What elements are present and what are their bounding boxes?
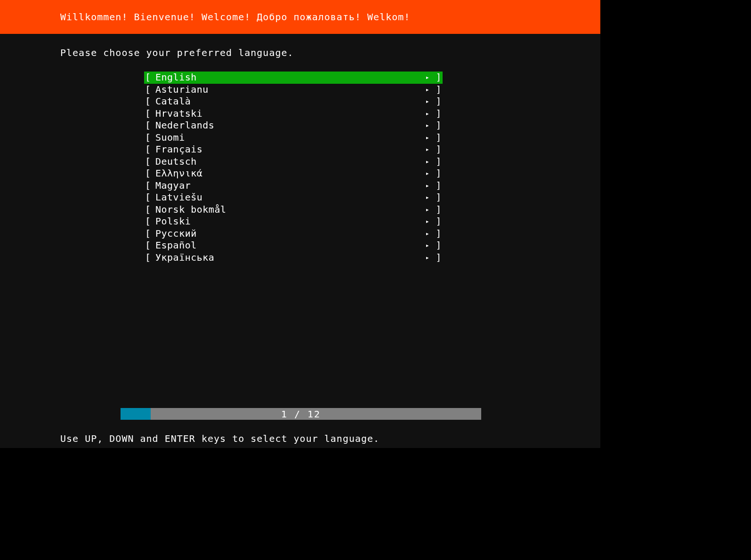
language-label: English <box>155 72 422 84</box>
language-label: Norsk bokmål <box>155 204 422 216</box>
bracket-right: ] <box>433 228 443 240</box>
language-item[interactable]: [Magyar▸] <box>144 180 443 192</box>
language-label: Latviešu <box>155 192 422 204</box>
bracket-right: ] <box>433 216 443 228</box>
bracket-right: ] <box>433 84 443 96</box>
bracket-right: ] <box>433 240 443 252</box>
language-label: Українська <box>155 252 422 264</box>
language-label: Ελληνικά <box>155 168 422 180</box>
bracket-left: [ <box>144 72 155 84</box>
language-item[interactable]: [Asturianu▸] <box>144 84 443 96</box>
language-label: Deutsch <box>155 156 422 168</box>
arrow-right-icon: ▸ <box>422 156 433 168</box>
arrow-right-icon: ▸ <box>422 204 433 216</box>
language-label: Русский <box>155 228 422 240</box>
language-item[interactable]: [Українська▸] <box>144 252 443 264</box>
bracket-left: [ <box>144 96 155 108</box>
bracket-left: [ <box>144 144 155 156</box>
bracket-right: ] <box>433 132 443 144</box>
language-item[interactable]: [Español▸] <box>144 240 443 252</box>
bracket-right: ] <box>433 96 443 108</box>
bracket-right: ] <box>433 144 443 156</box>
language-item[interactable]: [English▸] <box>144 72 443 84</box>
language-label: Español <box>155 240 422 252</box>
bracket-right: ] <box>433 168 443 180</box>
installer-screen: Willkommen! Bienvenue! Welcome! Добро по… <box>0 0 600 448</box>
bracket-left: [ <box>144 120 155 132</box>
language-label: Français <box>155 144 422 156</box>
bracket-left: [ <box>144 228 155 240</box>
arrow-right-icon: ▸ <box>422 96 433 108</box>
arrow-right-icon: ▸ <box>422 216 433 228</box>
progress-bar: 1 / 12 <box>121 408 481 420</box>
bracket-left: [ <box>144 108 155 120</box>
bracket-left: [ <box>144 132 155 144</box>
header-bar: Willkommen! Bienvenue! Welcome! Добро по… <box>0 0 600 34</box>
bracket-right: ] <box>433 204 443 216</box>
arrow-right-icon: ▸ <box>422 168 433 180</box>
progress-text: 1 / 12 <box>281 408 321 420</box>
language-item[interactable]: [Norsk bokmål▸] <box>144 204 443 216</box>
bracket-right: ] <box>433 120 443 132</box>
language-item[interactable]: [Deutsch▸] <box>144 156 443 168</box>
language-item[interactable]: [Polski▸] <box>144 216 443 228</box>
language-label: Asturianu <box>155 84 422 96</box>
bracket-left: [ <box>144 84 155 96</box>
language-item[interactable]: [Русский▸] <box>144 228 443 240</box>
arrow-right-icon: ▸ <box>422 228 433 240</box>
arrow-right-icon: ▸ <box>422 192 433 204</box>
arrow-right-icon: ▸ <box>422 180 433 192</box>
language-list[interactable]: [English▸][Asturianu▸][Català▸][Hrvatski… <box>144 72 443 264</box>
bracket-left: [ <box>144 168 155 180</box>
arrow-right-icon: ▸ <box>422 108 433 120</box>
language-label: Català <box>155 96 422 108</box>
header-title: Willkommen! Bienvenue! Welcome! Добро по… <box>60 11 410 23</box>
language-item[interactable]: [Hrvatski▸] <box>144 108 443 120</box>
arrow-right-icon: ▸ <box>422 240 433 252</box>
language-item[interactable]: [Nederlands▸] <box>144 120 443 132</box>
arrow-right-icon: ▸ <box>422 132 433 144</box>
bracket-right: ] <box>433 252 443 264</box>
bracket-right: ] <box>433 156 443 168</box>
language-item[interactable]: [Latviešu▸] <box>144 192 443 204</box>
bracket-left: [ <box>144 240 155 252</box>
bracket-left: [ <box>144 216 155 228</box>
language-label: Hrvatski <box>155 108 422 120</box>
arrow-right-icon: ▸ <box>422 84 433 96</box>
prompt-text: Please choose your preferred language. <box>0 34 600 58</box>
bracket-right: ] <box>433 108 443 120</box>
language-label: Nederlands <box>155 120 422 132</box>
language-item[interactable]: [Ελληνικά▸] <box>144 168 443 180</box>
bracket-right: ] <box>433 72 443 84</box>
language-label: Polski <box>155 216 422 228</box>
bracket-left: [ <box>144 180 155 192</box>
arrow-right-icon: ▸ <box>422 120 433 132</box>
arrow-right-icon: ▸ <box>422 144 433 156</box>
bracket-left: [ <box>144 252 155 264</box>
footer-help-text: Use UP, DOWN and ENTER keys to select yo… <box>60 433 380 444</box>
bracket-left: [ <box>144 192 155 204</box>
language-item[interactable]: [Suomi▸] <box>144 132 443 144</box>
bracket-left: [ <box>144 156 155 168</box>
language-label: Suomi <box>155 132 422 144</box>
bracket-right: ] <box>433 180 443 192</box>
arrow-right-icon: ▸ <box>422 252 433 264</box>
progress-fill <box>121 408 151 420</box>
language-item[interactable]: [Français▸] <box>144 144 443 156</box>
bracket-left: [ <box>144 204 155 216</box>
language-label: Magyar <box>155 180 422 192</box>
arrow-right-icon: ▸ <box>422 72 433 84</box>
bracket-right: ] <box>433 192 443 204</box>
language-item[interactable]: [Català▸] <box>144 96 443 108</box>
